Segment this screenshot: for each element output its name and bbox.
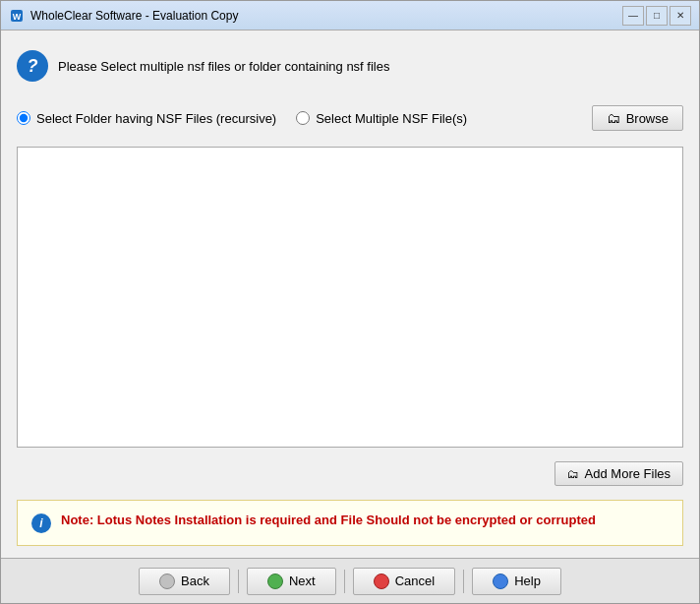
- radio-files-option[interactable]: Select Multiple NSF File(s): [296, 111, 467, 126]
- browse-button[interactable]: 🗂 Browse: [592, 105, 683, 131]
- add-more-label: Add More Files: [585, 466, 671, 481]
- note-body: Lotus Notes Installation is required and…: [93, 513, 596, 527]
- note-text: Note: Lotus Notes Installation is requir…: [61, 513, 596, 527]
- header-description: Please Select multiple nsf files or fold…: [58, 59, 389, 74]
- help-icon: [493, 574, 508, 589]
- add-more-button[interactable]: 🗂 Add More Files: [554, 461, 683, 486]
- next-label: Next: [289, 574, 316, 588]
- window-title: WholeClear Software - Evaluation Copy: [30, 9, 622, 23]
- help-button[interactable]: Help: [472, 568, 561, 595]
- question-icon: ?: [17, 50, 48, 82]
- separator-3: [463, 570, 464, 593]
- help-label: Help: [514, 574, 541, 588]
- radio-files-input[interactable]: [296, 111, 310, 125]
- separator-2: [344, 570, 345, 593]
- browse-icon: 🗂: [607, 110, 620, 126]
- app-icon: W: [9, 8, 25, 24]
- restore-button[interactable]: □: [646, 6, 668, 26]
- separator-1: [238, 570, 239, 593]
- content-area: ? Please Select multiple nsf files or fo…: [1, 30, 699, 558]
- main-window: W WholeClear Software - Evaluation Copy …: [0, 0, 700, 604]
- cancel-label: Cancel: [395, 574, 435, 588]
- cancel-icon: [374, 574, 389, 589]
- note-section: i Note: Lotus Notes Installation is requ…: [17, 500, 683, 546]
- cancel-button[interactable]: Cancel: [353, 568, 455, 595]
- radio-folder-option[interactable]: Select Folder having NSF Files (recursiv…: [17, 111, 276, 126]
- radio-files-label: Select Multiple NSF File(s): [316, 111, 467, 126]
- note-info-icon: i: [31, 513, 51, 533]
- next-icon: [267, 574, 283, 589]
- back-icon: [159, 574, 175, 589]
- close-button[interactable]: ✕: [670, 6, 691, 26]
- add-more-section: 🗂 Add More Files: [17, 457, 683, 490]
- next-button[interactable]: Next: [247, 568, 336, 595]
- header-section: ? Please Select multiple nsf files or fo…: [17, 42, 683, 90]
- file-list: [17, 147, 683, 448]
- radio-folder-label: Select Folder having NSF Files (recursiv…: [36, 111, 276, 126]
- svg-text:W: W: [13, 12, 22, 22]
- radio-folder-input[interactable]: [17, 111, 30, 125]
- back-button[interactable]: Back: [139, 568, 230, 595]
- back-label: Back: [181, 574, 209, 588]
- bottom-bar: Back Next Cancel Help: [1, 558, 699, 603]
- add-more-icon: 🗂: [567, 467, 579, 481]
- title-bar: W WholeClear Software - Evaluation Copy …: [1, 1, 699, 30]
- note-prefix: Note:: [61, 513, 93, 527]
- window-controls: — □ ✕: [622, 6, 691, 26]
- minimize-button[interactable]: —: [622, 6, 644, 26]
- browse-label: Browse: [626, 111, 669, 126]
- options-section: Select Folder having NSF Files (recursiv…: [17, 99, 683, 137]
